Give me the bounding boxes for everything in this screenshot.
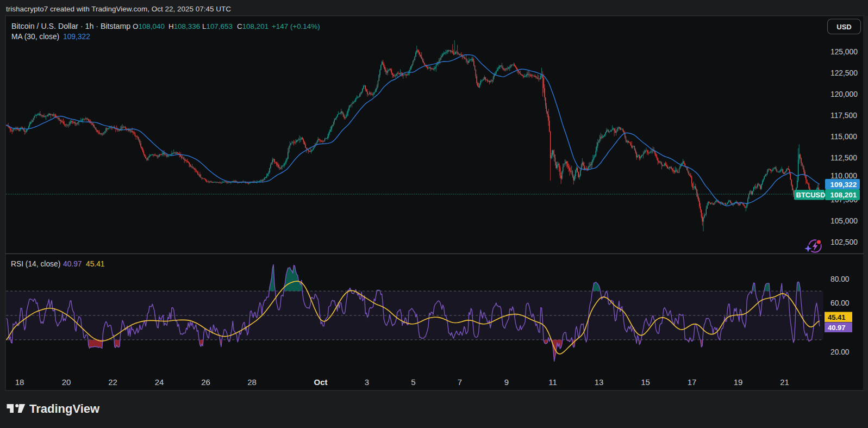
svg-text:26: 26 bbox=[201, 377, 210, 387]
svg-text:11: 11 bbox=[548, 377, 557, 387]
svg-text:20: 20 bbox=[62, 377, 71, 387]
svg-text:15: 15 bbox=[641, 377, 650, 387]
svg-text:60.00: 60.00 bbox=[830, 299, 850, 307]
svg-text:18: 18 bbox=[15, 377, 24, 387]
svg-text:109,322: 109,322 bbox=[830, 181, 857, 189]
svg-text:24: 24 bbox=[155, 377, 164, 387]
svg-text:3: 3 bbox=[365, 377, 369, 387]
svg-text:117,500: 117,500 bbox=[830, 111, 857, 120]
svg-text:22: 22 bbox=[108, 377, 117, 387]
svg-text:112,500: 112,500 bbox=[830, 154, 857, 162]
svg-text:trishacrypto7 created with Tra: trishacrypto7 created with TradingView.c… bbox=[6, 5, 231, 13]
svg-text:28: 28 bbox=[247, 377, 257, 387]
svg-text:BTCUSD: BTCUSD bbox=[796, 191, 826, 199]
svg-text:120,000: 120,000 bbox=[830, 90, 858, 98]
svg-text:80.00: 80.00 bbox=[830, 275, 850, 283]
svg-text:Oct: Oct bbox=[314, 377, 327, 387]
svg-text:125,000: 125,000 bbox=[830, 48, 858, 56]
svg-text:13: 13 bbox=[595, 377, 604, 387]
svg-text:122,500: 122,500 bbox=[830, 69, 858, 77]
svg-text:9: 9 bbox=[504, 377, 509, 387]
svg-text:MA (30, close) 109,322: MA (30, close) 109,322 bbox=[11, 33, 90, 41]
svg-text:5: 5 bbox=[411, 377, 415, 387]
svg-text:115,000: 115,000 bbox=[830, 133, 857, 141]
svg-text:40.97: 40.97 bbox=[828, 324, 846, 332]
svg-text:7: 7 bbox=[458, 377, 462, 387]
svg-text:Bitcoin / U.S. Dollar · 1h · B: Bitcoin / U.S. Dollar · 1h · Bitstamp bbox=[11, 22, 130, 30]
svg-text:USD: USD bbox=[836, 23, 851, 31]
svg-text:19: 19 bbox=[734, 377, 743, 387]
svg-text:17: 17 bbox=[688, 377, 697, 387]
svg-text:RSI (14, close) 40.97 45.41: RSI (14, close) 40.97 45.41 bbox=[11, 260, 105, 268]
svg-text:O108,040H108,336L107,653C108,2: O108,040H108,336L107,653C108,201+147 (+0… bbox=[133, 22, 320, 30]
svg-text:102,500: 102,500 bbox=[830, 238, 858, 246]
svg-text:110,000: 110,000 bbox=[830, 172, 857, 180]
svg-text:TradingView: TradingView bbox=[29, 402, 100, 415]
svg-text:105,000: 105,000 bbox=[830, 217, 858, 225]
svg-text:45.41: 45.41 bbox=[828, 313, 846, 321]
svg-text:108,201: 108,201 bbox=[830, 191, 857, 199]
svg-text:20.00: 20.00 bbox=[830, 348, 850, 356]
svg-text:21: 21 bbox=[780, 377, 789, 387]
